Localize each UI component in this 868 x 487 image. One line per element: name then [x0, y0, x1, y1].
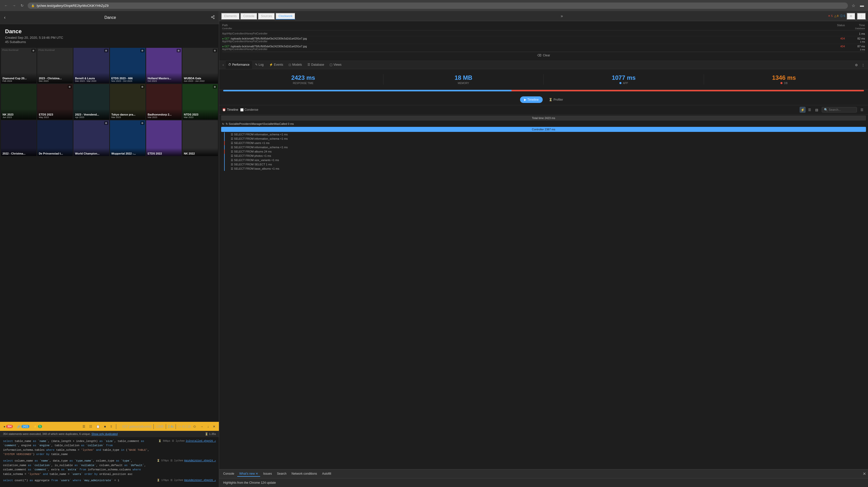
devtools-tab-clockwork[interactable]: Clockwork — [276, 13, 296, 20]
photo-item[interactable]: 2023 - Veendend...Apr 2023 — [73, 84, 109, 120]
cw-prev-btn[interactable]: ‹ — [221, 62, 225, 68]
url-text: lychee.test/gallery/OInpkRE2tyrMoCKtKYHh… — [37, 4, 108, 7]
devtools-tabs-bar: Elements Console Sources Clockwork » ✕ 5… — [219, 11, 868, 21]
cw-tab-log[interactable]: ✎ Log — [253, 61, 266, 69]
photo-item[interactable]: 2022 - Christma... — [1, 120, 36, 156]
sql-stop-btn[interactable]: ■ — [102, 424, 107, 429]
sql-file-link-1[interactable]: HasAdminUser.php#24 ↗ — [184, 459, 216, 463]
sql-tag-btn[interactable]: 🔗 1421 — [16, 424, 31, 429]
condense-checkbox[interactable]: Condense — [240, 108, 258, 112]
photo-item[interactable]: ETDS 2022 — [146, 120, 182, 156]
photo-label: Benoît & LauraDec 2023 - Mar 2020 — [73, 73, 109, 83]
devtools-more-tabs[interactable]: » — [561, 14, 563, 19]
photo-item[interactable]: NK 2022 — [182, 120, 218, 156]
sql-table-btn[interactable]: ☰ — [81, 424, 87, 429]
request-row-2[interactable]: ● GET/uploads-bck/small/79/fc/fb95def3e2… — [222, 36, 865, 44]
bottom-whatsnew-tab[interactable]: What's new ✕ — [237, 471, 260, 477]
extensions-button[interactable]: ▬ — [859, 2, 866, 9]
photo-item[interactable]: NTDS 2023Mar 2023⊞ — [182, 84, 218, 120]
sql-file-link-2[interactable]: HasAdminUser.php#26 ↗ — [184, 479, 216, 483]
svg-point-1 — [211, 17, 212, 18]
timeline-toolbar: ⏰ Timeline Condense ⚡ ☰ ▤ 🔍 ☰ — [219, 105, 868, 115]
metric-response-label: RESPONSE TIME — [225, 82, 381, 85]
reload-button[interactable]: ↻ — [19, 2, 26, 9]
cw-tab-models[interactable]: ◻ Models — [286, 61, 304, 69]
sql-error-btn[interactable]: ● 354 — [2, 424, 14, 429]
sql-close-btn[interactable]: ✕ — [211, 424, 217, 429]
devtools-warning-count: △ 8 — [834, 14, 839, 18]
condense-input[interactable] — [240, 108, 244, 112]
gallery-panel: ‹ Dance Dance Created Sep 20, 2020, 5:19… — [0, 11, 219, 487]
photo-date: Mar 2023 — [148, 116, 180, 119]
clear-button[interactable]: ⌫ Clear — [222, 52, 865, 59]
sql-history-btn[interactable]: ⏲ — [192, 424, 198, 429]
devtools-tab-sources[interactable]: Sources — [258, 13, 275, 20]
request-row-1[interactable]: App\Http\Controllers\HoneyPotController … — [222, 31, 865, 36]
cw-tab-database[interactable]: ☰ Database — [305, 61, 327, 69]
profiler-toggle-btn[interactable]: ⏳ Profiler — [545, 96, 567, 103]
photo-item[interactable]: Badhoevedorp 2...Mar 2023 — [146, 84, 182, 120]
sql-lightning-icon: ⚡ — [33, 425, 37, 428]
bottom-network-tab[interactable]: Network conditions — [289, 471, 319, 477]
cw-tab-events[interactable]: ⚡ Events — [267, 61, 286, 69]
gallery-scroll[interactable]: Dance Created Sep 20, 2020, 5:19:46 PM U… — [0, 24, 219, 422]
share-button[interactable] — [211, 15, 215, 20]
photo-name: Holland Masters... — [148, 77, 180, 80]
tl-icon-2[interactable]: ☰ — [807, 107, 813, 113]
bottom-console-tab[interactable]: Console — [221, 471, 236, 477]
timeline-search-input[interactable] — [829, 108, 854, 112]
sql-export-btn[interactable]: ⇧ — [108, 424, 114, 429]
bottom-issues-tab[interactable]: Issues — [261, 471, 274, 477]
photo-item[interactable]: Benoît & LauraDec 2023 - Mar 2020⊞ — [73, 48, 109, 83]
metric-memory-value: 18 MB — [385, 74, 541, 81]
request-row-3[interactable]: ● GET/uploads-bck/small/79/fc/fb95def3e2… — [222, 44, 865, 52]
bottom-autofill-tab[interactable]: Autofill — [320, 471, 333, 477]
tl-icon-3[interactable]: ▤ — [814, 107, 820, 113]
sql-copy-btn[interactable]: 📋 — [95, 424, 101, 429]
devtools-bottom: Console What's new ✕ Issues Search Netwo… — [219, 469, 868, 478]
perf-bar-db — [512, 90, 864, 91]
sql-down-btn[interactable]: ↓ — [206, 424, 210, 429]
sql-info-bar: 354 statements were executed, 348 of whi… — [0, 431, 219, 437]
photo-item[interactable]: World Champion...⊞ — [73, 120, 109, 156]
cw-tab-performance[interactable]: ⏱ Performance — [226, 61, 252, 69]
photo-item[interactable]: De Prinsenstad t... — [37, 120, 73, 156]
col-time-header: TimeDatabase — [845, 24, 865, 30]
sql-lightning-btn[interactable]: ⚡ 5 — [32, 424, 43, 429]
photo-item[interactable]: Tokyo dance pra...Mar 2023⊞ — [110, 84, 146, 120]
photo-item[interactable]: Holland Masters...Oct 2023⊞ — [146, 48, 182, 83]
metric-db-label: DB — [706, 82, 862, 85]
photo-item[interactable]: Photo thumbnailDiamond Cup 20...Feb 2024… — [1, 48, 36, 83]
close-devtools-btn[interactable]: ✕ — [863, 471, 866, 476]
cw-settings-btn[interactable]: ⚙ — [854, 62, 860, 68]
sql-list-btn[interactable]: ☷ — [88, 424, 94, 429]
events-icon: ⚡ — [269, 63, 273, 66]
back-button[interactable]: ← — [2, 2, 9, 9]
show-duplicated-link[interactable]: Show only duplicated — [92, 432, 118, 435]
tl-icon-1[interactable]: ⚡ — [800, 107, 806, 113]
devtools-tab-console[interactable]: Console — [240, 13, 257, 20]
sql-file-link-0[interactable]: IsInstalled.php#26 ↗ — [186, 439, 216, 443]
cw-more-btn[interactable]: ⋮ — [860, 62, 866, 68]
cw-tab-views[interactable]: ▢ Views — [327, 61, 344, 69]
photo-date: May 2023 — [39, 116, 71, 119]
devtools-panel: Elements Console Sources Clockwork » ✕ 5… — [219, 11, 868, 487]
photo-item[interactable]: WUBDA GalaJun 2023 - Jun 2022⊞ — [182, 48, 218, 83]
bottom-search-tab[interactable]: Search — [275, 471, 288, 477]
photo-item[interactable]: Photo thumbnail2023 - Christma...Dec 202… — [37, 48, 73, 83]
photo-item[interactable]: Wuppertal 2022 -...⊞ — [110, 120, 146, 156]
photo-item[interactable]: NK 2023Jun 2023 — [1, 84, 36, 120]
timeline-toggle-btn[interactable]: ▶ Timeline — [520, 96, 543, 103]
devtools-tab-elements[interactable]: Elements — [221, 13, 240, 20]
forward-button[interactable]: → — [10, 2, 18, 9]
photo-item[interactable]: ETDS 2023 - 666Nov 2023 - Oct 2023⊞ — [110, 48, 146, 83]
tl-menu-btn[interactable]: ☰ — [859, 107, 865, 113]
sql-forward-btn[interactable]: → — [199, 424, 205, 429]
gallery-back-button[interactable]: ‹ — [4, 15, 5, 20]
devtools-settings-btn[interactable]: ⚙ — [847, 13, 856, 20]
address-bar[interactable]: 🔓 lychee.test/gallery/OInpkRE2tyrMoCKtKY… — [28, 2, 848, 9]
devtools-more-btn[interactable]: ⋮ — [857, 13, 866, 20]
photo-item[interactable]: ETDS 2023May 2023⊞ — [37, 84, 73, 120]
bookmark-button[interactable]: ☆ — [850, 2, 857, 9]
sql-meta-0: ⏳ 500μs ☰ lychee IsInstalled.php#26 ↗ — [158, 439, 216, 457]
